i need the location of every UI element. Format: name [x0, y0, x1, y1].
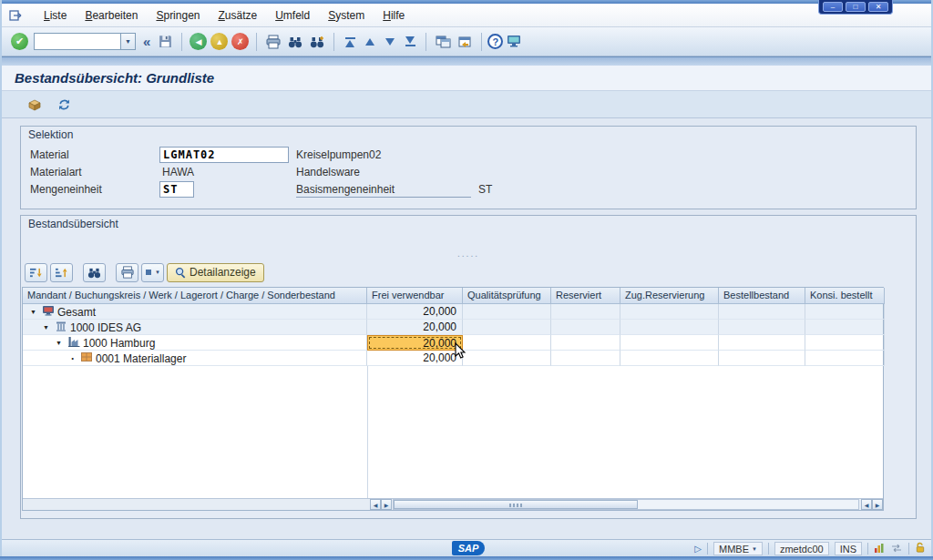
expander-icon[interactable]: ▼	[43, 324, 52, 331]
cell-reserviert[interactable]	[551, 304, 620, 320]
menu-liste[interactable]: Liste	[35, 6, 76, 25]
table-row[interactable]: ▼ 1000 Hamburg 20,000	[23, 335, 883, 351]
enter-check-icon[interactable]: ✔	[11, 33, 28, 50]
menu-springen[interactable]: Springen	[147, 6, 209, 25]
cell-qualitaetspruefung[interactable]	[463, 335, 551, 351]
column-header-zug-reservierung[interactable]: Zug.Reservierung	[620, 288, 719, 304]
customize-layout-icon[interactable]	[504, 32, 524, 52]
cell-zug-reservierung[interactable]	[620, 320, 719, 335]
maximize-icon[interactable]: □	[846, 2, 866, 12]
scrollbar-track[interactable]	[393, 499, 859, 510]
command-field-dropdown-icon[interactable]: ▼	[121, 33, 136, 50]
table-row[interactable]: ▼ Gesamt 20,000	[23, 304, 883, 320]
print-icon[interactable]	[263, 32, 283, 52]
create-shortcut-icon[interactable]	[455, 32, 475, 52]
table-row[interactable]: ▼ 1000 IDES AG 20,000	[23, 320, 883, 335]
cell-bestellbestand[interactable]	[719, 320, 805, 335]
cell-qualitaetspruefung[interactable]	[463, 304, 551, 320]
cell-konsi-bestellt[interactable]	[805, 351, 885, 366]
expander-icon[interactable]: ▼	[56, 340, 65, 346]
scroll-left-icon[interactable]: ◀	[861, 499, 872, 510]
plant-icon	[67, 336, 80, 350]
standard-toolbar: ✔ ▼ « ◀ ▲ ✗	[2, 27, 931, 56]
minimize-icon[interactable]: –	[823, 2, 843, 12]
cell-frei-verwendbar[interactable]: 20,000	[367, 320, 463, 335]
cell-konsi-bestellt[interactable]	[805, 320, 885, 335]
menu-umfeld[interactable]: Umfeld	[266, 6, 319, 25]
network-transfer-icon[interactable]	[890, 544, 903, 555]
cell-reserviert[interactable]	[551, 351, 620, 366]
column-header-bestellbestand[interactable]: Bestellbestand	[719, 288, 805, 304]
title-bar: Bestandsübersicht: Grundliste	[2, 66, 931, 91]
mengeneinheit-input[interactable]	[159, 181, 194, 198]
previous-page-icon[interactable]	[361, 32, 379, 52]
sort-ascending-icon[interactable]	[50, 263, 73, 282]
cell-bestellbestand[interactable]	[719, 351, 805, 366]
selected-cell-frei-verwendbar[interactable]: 20,000	[367, 335, 463, 351]
menu-bearbeiten[interactable]: Bearbeiten	[76, 6, 147, 25]
find-icon[interactable]	[285, 32, 305, 52]
material-input[interactable]	[159, 147, 289, 163]
basismengeneinheit-value: ST	[478, 183, 492, 196]
other-material-icon[interactable]	[25, 95, 45, 115]
cell-bestellbestand[interactable]	[719, 335, 805, 351]
menu-hilfe[interactable]: Hilfe	[374, 6, 414, 25]
column-header-frei-verwendbar[interactable]: Frei verwendbar	[367, 288, 463, 304]
layout-menu-icon[interactable]: ▼	[141, 263, 164, 282]
refresh-icon[interactable]	[54, 95, 74, 115]
menu-zusaetze[interactable]: Zusätze	[209, 6, 266, 25]
cell-bestellbestand[interactable]	[719, 304, 805, 320]
cell-qualitaetspruefung[interactable]	[463, 351, 551, 366]
scroll-right-icon[interactable]: ▶	[872, 499, 883, 510]
detail-display-button[interactable]: Detailanzeige	[167, 263, 264, 282]
scrollbar-thumb[interactable]	[394, 500, 638, 509]
tree-print-icon[interactable]	[116, 263, 138, 282]
insert-mode-field[interactable]: INS	[835, 542, 862, 555]
column-header-reserviert[interactable]: Reserviert	[551, 288, 620, 304]
cell-frei-verwendbar[interactable]: 20,000	[367, 351, 463, 366]
find-next-icon[interactable]	[307, 32, 327, 52]
cell-zug-reservierung[interactable]	[620, 351, 719, 366]
next-page-icon[interactable]	[381, 32, 399, 52]
back-icon[interactable]: ◀	[190, 33, 207, 50]
column-header-konsi-bestellt[interactable]: Konsi. bestellt	[805, 288, 885, 304]
cell-qualitaetspruefung[interactable]	[463, 320, 551, 335]
transaction-combo[interactable]: MMBE ▼	[713, 542, 763, 555]
status-expand-icon[interactable]: ▷	[694, 544, 702, 554]
cell-konsi-bestellt[interactable]	[805, 304, 885, 320]
sort-descending-icon[interactable]	[25, 263, 47, 282]
table-row[interactable]: · 0001 Materiallager 20,000	[23, 351, 883, 366]
first-page-icon[interactable]	[341, 32, 359, 52]
materialart-description: Handelsware	[296, 166, 360, 178]
cell-zug-reservierung[interactable]	[620, 335, 719, 351]
expander-icon[interactable]: ▼	[30, 309, 39, 315]
command-field-input[interactable]	[34, 33, 121, 50]
transaction-dropdown-icon: ▼	[752, 546, 757, 552]
cell-reserviert[interactable]	[551, 320, 620, 335]
splitter-handle[interactable]: .....	[21, 249, 916, 259]
menu-system[interactable]: System	[319, 6, 374, 25]
tree-find-icon[interactable]	[83, 263, 106, 282]
server-name: zmetdc00	[780, 544, 824, 555]
cell-reserviert[interactable]	[551, 335, 620, 351]
help-icon[interactable]: ?	[487, 34, 503, 49]
last-page-icon[interactable]	[401, 32, 419, 52]
scroll-right-icon[interactable]: ▶	[381, 499, 392, 510]
gui-system-menu-icon[interactable]	[9, 8, 26, 23]
column-header-qualitaetspruefung[interactable]: Qualitätsprüfung	[463, 288, 551, 304]
cell-zug-reservierung[interactable]	[620, 304, 719, 320]
cancel-icon[interactable]: ✗	[231, 33, 249, 50]
cell-frei-verwendbar[interactable]: 20,000	[367, 304, 463, 320]
response-time-icon[interactable]	[874, 543, 885, 555]
exit-icon[interactable]: ▲	[210, 33, 228, 50]
save-icon[interactable]	[155, 32, 175, 52]
stock-table: Mandant / Buchungskreis / Werk / Lageror…	[22, 287, 884, 511]
leaf-bullet-icon: ·	[68, 352, 77, 365]
scroll-left-icon[interactable]: ◀	[370, 499, 381, 510]
close-icon[interactable]: ✕	[868, 2, 888, 12]
materialart-value: HAWA	[162, 166, 194, 178]
column-header-hierarchy[interactable]: Mandant / Buchungskreis / Werk / Lageror…	[23, 288, 367, 304]
new-session-icon[interactable]	[433, 32, 453, 52]
cell-konsi-bestellt[interactable]	[805, 335, 885, 351]
collapse-icon[interactable]: «	[143, 34, 150, 49]
